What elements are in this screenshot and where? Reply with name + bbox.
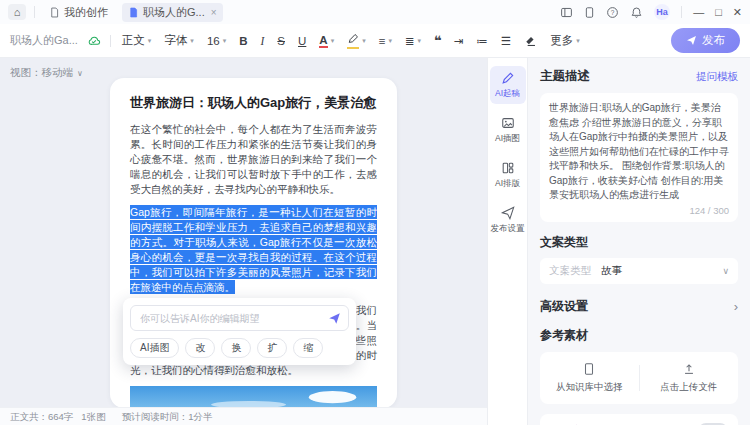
send-icon[interactable]	[328, 312, 341, 325]
read-time: 预计阅读时间：1分半	[122, 411, 213, 424]
strikethrough-icon: S	[277, 35, 285, 47]
svg-text:?: ?	[611, 8, 615, 15]
document-name: 职场人的Ga...	[10, 33, 78, 48]
titlebar: ⌂ 我的创作 职场人的G... × ? Ha — □ ✕	[0, 0, 750, 24]
paragraph-style-value: 正文	[122, 33, 145, 48]
italic-button[interactable]: I	[259, 33, 267, 49]
image-count: 1张图	[81, 411, 105, 424]
list-button[interactable]: ≣▾	[403, 32, 423, 50]
publish-button[interactable]: 发布	[671, 28, 740, 53]
indent-icon: ⇥	[454, 34, 464, 48]
copy-type-value: 故事	[601, 264, 622, 278]
rail-item-ai-illustration[interactable]: AI插图	[490, 111, 526, 149]
ordered-list-button[interactable]: ≔	[474, 32, 490, 50]
publish-label: 发布	[702, 33, 725, 48]
home-button[interactable]: ⌂	[8, 4, 26, 20]
chevron-right-icon: ›	[734, 299, 738, 314]
ai-illustration-button[interactable]: AI插图	[130, 338, 179, 358]
topic-description-textarea[interactable]: 世界旅游日:职场人的Gap旅行，美景治愈焦虑 介绍世界旅游日的意义，分享职场人在…	[540, 93, 738, 222]
caret-icon: ▾	[190, 37, 194, 45]
sidebar-panel-icon[interactable]	[560, 6, 573, 19]
home-icon: ⌂	[14, 6, 21, 18]
view-mode-select[interactable]: 视图：移动端 ∨	[10, 66, 83, 80]
tab-close-icon[interactable]: ×	[211, 7, 217, 18]
ai-shorten-button[interactable]: 缩	[293, 338, 323, 358]
copy-type-select[interactable]: 文案类型 故事 ∨	[540, 258, 738, 284]
document-preview[interactable]: 世界旅游日：职场人的Gap旅行，美景治愈 在这个繁忙的社会中，每个人都在为了生活…	[110, 78, 397, 408]
font-family-select[interactable]: 字体▾	[162, 31, 196, 50]
upload-file-option[interactable]: 点击上传文件	[640, 362, 739, 394]
reference-source-card: 从知识库中选择 点击上传文件	[540, 352, 738, 404]
pen-icon	[501, 71, 515, 85]
rail-item-ai-draft[interactable]: AI起稿	[490, 66, 526, 104]
strikethrough-button[interactable]: S	[275, 33, 287, 49]
ai-prompt-box	[130, 305, 349, 331]
tab-label: 我的创作	[64, 5, 108, 20]
panel-header: 主题描述 提问模板	[540, 68, 738, 85]
panel-title: 主题描述	[540, 68, 590, 85]
indent-button[interactable]: ⇥	[452, 32, 466, 50]
align-button[interactable]: ≡▾	[377, 33, 394, 49]
ai-draft-panel: 主题描述 提问模板 世界旅游日:职场人的Gap旅行，美景治愈焦虑 介绍世界旅游日…	[528, 58, 750, 425]
caret-icon: ▾	[418, 37, 422, 45]
caret-icon: ▾	[576, 37, 580, 45]
document-title: 世界旅游日：职场人的Gap旅行，美景治愈	[130, 94, 377, 112]
window-close-icon[interactable]: ✕	[733, 6, 742, 19]
ai-edit-popup: AI插图 改 换 扩 缩	[123, 298, 356, 365]
caret-icon: ▾	[388, 37, 392, 45]
format-toolbar: 职场人的Ga... 正文▾ 字体▾ 16▾ B I S U A▾ ▾ ≡▾ ≣▾…	[0, 24, 750, 58]
chevron-down-icon: ∨	[722, 266, 729, 276]
rail-item-publish-settings[interactable]: 发布设置	[490, 201, 526, 239]
ai-prompt-input[interactable]	[138, 312, 324, 325]
ai-replace-button[interactable]: 换	[221, 338, 251, 358]
layout-icon	[501, 161, 515, 175]
highlight-color-button[interactable]: ▾	[345, 31, 368, 51]
status-bar: 正文共：664字 1张图 预计阅读时间：1分半	[0, 407, 487, 425]
window-maximize-icon[interactable]: □	[715, 6, 722, 18]
blockquote-button[interactable]: ❝	[432, 31, 443, 50]
user-avatar[interactable]: Ha	[654, 4, 670, 20]
upload-icon	[682, 362, 696, 376]
ordered-list-icon: ≔	[476, 34, 488, 48]
line-height-button[interactable]: ☰	[499, 32, 513, 50]
bold-icon: B	[239, 35, 247, 47]
font-size-value: 16	[207, 35, 220, 47]
window-minimize-icon[interactable]: —	[693, 6, 704, 18]
reference-material-label: 参考素材	[540, 327, 738, 344]
ai-expand-button[interactable]: 扩	[257, 338, 287, 358]
prompt-template-link[interactable]: 提问模板	[696, 70, 738, 84]
font-color-icon: A	[319, 34, 327, 48]
knowledge-base-icon	[582, 362, 596, 376]
copy-type-placeholder: 文案类型	[549, 264, 591, 278]
underline-button[interactable]: U	[296, 33, 308, 49]
clear-format-button[interactable]	[522, 33, 539, 49]
select-from-knowledge-base[interactable]: 从知识库中选择	[540, 362, 639, 394]
tab-current-document[interactable]: 职场人的G... ×	[122, 3, 223, 22]
caret-icon: ▾	[223, 37, 227, 45]
paragraph-style-select[interactable]: 正文▾	[120, 31, 154, 50]
outline-generation-row: 通过文章大纲生成	[540, 414, 738, 425]
paragraph-selected: Gap旅行，即间隔年旅行，是一种让人们在短暂的时间内摆脱工作和学业压力，去追求自…	[130, 205, 377, 295]
font-family-value: 字体	[164, 33, 187, 48]
help-icon[interactable]: ?	[606, 6, 619, 19]
ai-rewrite-button[interactable]: 改	[185, 338, 215, 358]
paragraph: 在这个繁忙的社会中，每个人都在为了生活而奔波劳累。长时间的工作压力和紧张的生活节…	[130, 122, 377, 197]
font-size-select[interactable]: 16▾	[205, 33, 228, 49]
notification-bell-icon[interactable]	[630, 6, 643, 19]
more-label: 更多	[550, 33, 573, 48]
device-icon[interactable]	[584, 6, 595, 19]
option-label: 从知识库中选择	[556, 381, 623, 394]
bold-button[interactable]: B	[237, 33, 249, 49]
tab-my-creations[interactable]: 我的创作	[43, 3, 114, 22]
more-button[interactable]: 更多▾	[548, 31, 582, 50]
document-icon	[49, 7, 60, 18]
font-color-button[interactable]: A▾	[317, 32, 336, 50]
list-icon: ≣	[405, 34, 415, 48]
document-icon	[128, 7, 139, 18]
rail-item-ai-layout[interactable]: AI排版	[490, 156, 526, 194]
paper-plane-icon	[501, 206, 515, 220]
image-icon	[501, 116, 515, 130]
advanced-settings-row[interactable]: 高级设置 ›	[540, 298, 738, 315]
char-counter: 124 / 300	[549, 205, 729, 216]
rail-item-label: 发布设置	[491, 223, 525, 235]
